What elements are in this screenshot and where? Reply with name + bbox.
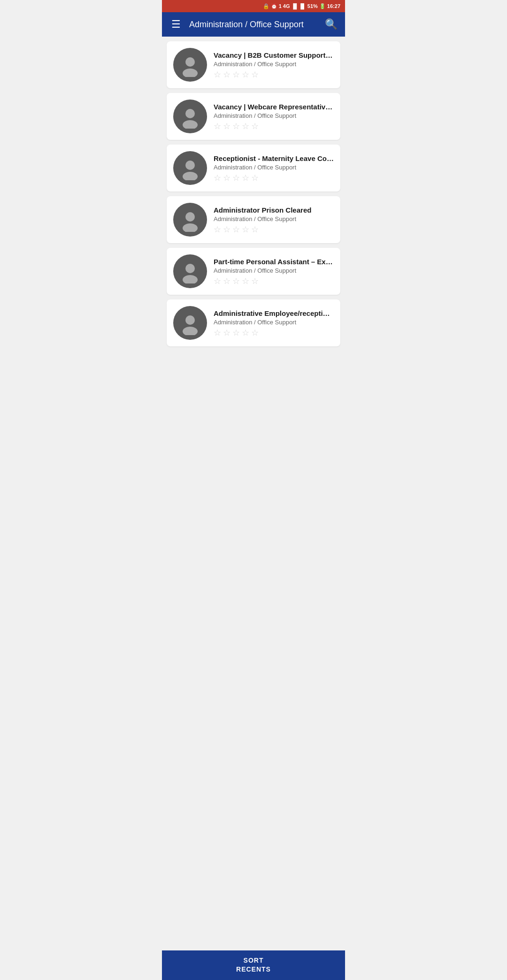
svg-point-7 [183,223,198,232]
job-info: Administrator Prison ClearedAdministrati… [214,206,334,234]
star-icon[interactable]: ☆ [251,122,259,130]
job-category: Administration / Office Support [214,61,334,68]
job-rating[interactable]: ☆☆☆☆☆ [214,225,334,234]
job-title: Part-time Personal Assistant – Excel... [214,258,334,266]
star-icon[interactable]: ☆ [223,174,230,182]
status-icons-text: 🔒 ⏰ 1 4G ▐▌▐▌ 51% 🔋 [263,3,326,9]
star-icon[interactable]: ☆ [242,70,249,79]
menu-icon[interactable]: ☰ [169,18,184,31]
job-title: Receptionist - Maternity Leave Contr... [214,154,334,162]
star-icon[interactable]: ☆ [223,329,230,337]
status-icons: 🔒 ⏰ 1 4G ▐▌▐▌ 51% 🔋 16:27 [263,3,340,9]
avatar [173,151,207,185]
job-title: Vacancy | Webcare Representative |... [214,103,334,111]
svg-point-8 [185,264,195,273]
star-icon[interactable]: ☆ [214,225,221,234]
page-title: Administration / Office Support [189,20,318,30]
search-icon[interactable]: 🔍 [323,18,338,31]
star-icon[interactable]: ☆ [242,122,249,130]
star-icon[interactable]: ☆ [242,174,249,182]
job-rating[interactable]: ☆☆☆☆☆ [214,70,334,79]
star-icon[interactable]: ☆ [232,122,240,130]
star-icon[interactable]: ☆ [223,70,230,79]
avatar [173,254,207,288]
star-icon[interactable]: ☆ [242,329,249,337]
job-list: Vacancy | B2B Customer Support | S...Adm… [162,37,345,379]
job-rating[interactable]: ☆☆☆☆☆ [214,329,334,337]
list-item[interactable]: Administrator Prison ClearedAdministrati… [167,196,340,243]
job-info: Part-time Personal Assistant – Excel...A… [214,258,334,285]
svg-point-9 [183,275,198,283]
job-info: Administrative Employee/receptionis...Ad… [214,309,334,337]
nav-bar: ☰ Administration / Office Support 🔍 [162,12,345,37]
job-rating[interactable]: ☆☆☆☆☆ [214,122,334,130]
job-category: Administration / Office Support [214,112,334,119]
svg-point-3 [183,120,198,129]
star-icon[interactable]: ☆ [223,225,230,234]
job-category: Administration / Office Support [214,164,334,171]
list-item[interactable]: Vacancy | B2B Customer Support | S...Adm… [167,41,340,88]
star-icon[interactable]: ☆ [251,329,259,337]
svg-point-2 [185,109,195,118]
star-icon[interactable]: ☆ [214,122,221,130]
star-icon[interactable]: ☆ [251,225,259,234]
avatar [173,306,207,340]
avatar [173,203,207,237]
list-item[interactable]: Vacancy | Webcare Representative |...Adm… [167,93,340,140]
job-rating[interactable]: ☆☆☆☆☆ [214,174,334,182]
star-icon[interactable]: ☆ [242,225,249,234]
status-bar: 🔒 ⏰ 1 4G ▐▌▐▌ 51% 🔋 16:27 [162,0,345,12]
job-category: Administration / Office Support [214,215,334,222]
star-icon[interactable]: ☆ [251,174,259,182]
star-icon[interactable]: ☆ [232,277,240,285]
star-icon[interactable]: ☆ [232,225,240,234]
star-icon[interactable]: ☆ [232,174,240,182]
svg-point-4 [185,161,195,170]
avatar [173,100,207,133]
job-title: Administrator Prison Cleared [214,206,334,214]
job-category: Administration / Office Support [214,267,334,274]
job-rating[interactable]: ☆☆☆☆☆ [214,277,334,285]
job-title: Administrative Employee/receptionis... [214,309,334,317]
star-icon[interactable]: ☆ [232,329,240,337]
status-time: 16:27 [327,3,340,9]
job-info: Vacancy | B2B Customer Support | S...Adm… [214,51,334,79]
star-icon[interactable]: ☆ [214,174,221,182]
list-item[interactable]: Receptionist - Maternity Leave Contr...A… [167,145,340,191]
job-info: Vacancy | Webcare Representative |...Adm… [214,103,334,130]
star-icon[interactable]: ☆ [223,122,230,130]
star-icon[interactable]: ☆ [214,329,221,337]
star-icon[interactable]: ☆ [251,277,259,285]
star-icon[interactable]: ☆ [251,70,259,79]
star-icon[interactable]: ☆ [242,277,249,285]
star-icon[interactable]: ☆ [214,70,221,79]
avatar [173,48,207,82]
svg-point-11 [183,327,198,335]
svg-point-0 [185,57,195,67]
star-icon[interactable]: ☆ [232,70,240,79]
svg-point-10 [185,315,195,325]
job-category: Administration / Office Support [214,319,334,326]
svg-point-6 [185,212,195,222]
svg-point-1 [183,69,198,77]
job-info: Receptionist - Maternity Leave Contr...A… [214,154,334,182]
star-icon[interactable]: ☆ [214,277,221,285]
list-item[interactable]: Part-time Personal Assistant – Excel...A… [167,248,340,295]
star-icon[interactable]: ☆ [223,277,230,285]
job-title: Vacancy | B2B Customer Support | S... [214,51,334,59]
list-item[interactable]: Administrative Employee/receptionis...Ad… [167,299,340,346]
svg-point-5 [183,172,198,180]
